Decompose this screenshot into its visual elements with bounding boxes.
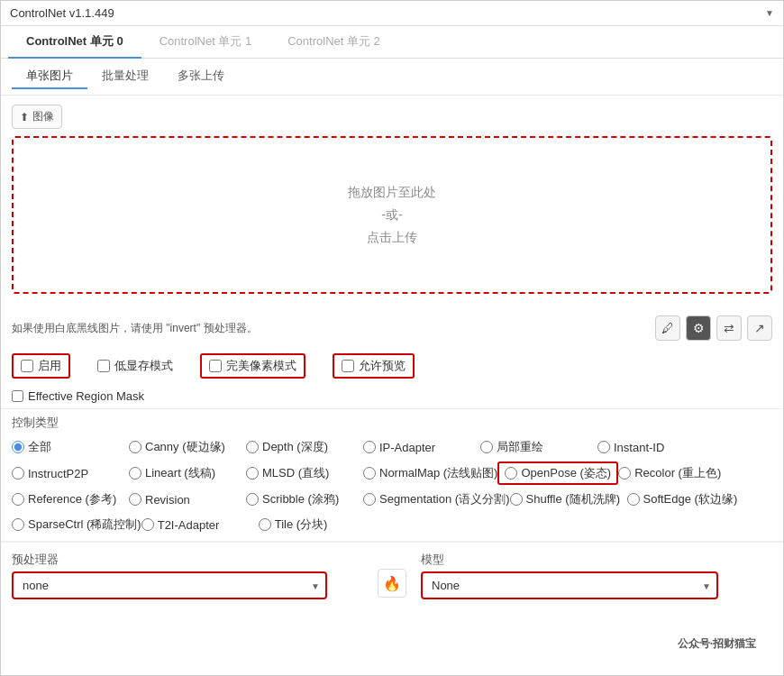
radio-local-redraw-input[interactable] bbox=[480, 441, 493, 453]
arrow-icon-button[interactable]: ↗ bbox=[747, 315, 772, 341]
allow-preview-label: 允许预览 bbox=[359, 358, 406, 374]
radio-depth-input[interactable] bbox=[246, 441, 259, 453]
radio-shuffle-label: Shuffle (随机洗牌) bbox=[526, 491, 621, 507]
model-group: 模型 None bbox=[421, 552, 772, 599]
radio-ip-adapter[interactable]: IP-Adapter bbox=[363, 436, 480, 458]
radio-shuffle[interactable]: Shuffle (随机洗牌) bbox=[510, 489, 627, 510]
settings-icon: ⚙ bbox=[693, 321, 705, 335]
allow-preview-checkbox[interactable] bbox=[342, 360, 354, 372]
main-tabs: ControlNet 单元 0 ControlNet 单元 1 ControlN… bbox=[1, 26, 783, 59]
radio-openpose[interactable]: OpenPose (姿态) bbox=[497, 461, 618, 485]
upload-icon: ⬆ bbox=[20, 111, 29, 123]
radio-local-redraw[interactable]: 局部重绘 bbox=[480, 436, 597, 458]
perfect-pixel-checkbox-item[interactable]: 完美像素模式 bbox=[200, 353, 305, 379]
radio-instant-id[interactable]: Instant-ID bbox=[597, 436, 715, 458]
settings-icon-button[interactable]: ⚙ bbox=[686, 315, 711, 341]
upload-section: ⬆ 图像 拖放图片至此处 -或- 点击上传 bbox=[1, 96, 783, 310]
radio-ip-adapter-input[interactable] bbox=[363, 441, 376, 453]
arrow-icon: ↗ bbox=[754, 321, 765, 335]
radio-mlsd-label: MLSD (直线) bbox=[262, 465, 329, 481]
radio-all[interactable]: 全部 bbox=[12, 436, 129, 458]
radio-softedge[interactable]: SoftEdge (软边缘) bbox=[627, 489, 744, 510]
bottom-controls: 预处理器 none 🔥 模型 None bbox=[1, 542, 783, 608]
radio-softedge-input[interactable] bbox=[627, 493, 640, 506]
radio-depth-label: Depth (深度) bbox=[262, 439, 328, 455]
info-bar-buttons: 🖊 ⚙ ⇄ ↗ bbox=[655, 315, 772, 341]
radio-segmentation[interactable]: Segmentation (语义分割) bbox=[363, 489, 510, 510]
radio-revision-input[interactable] bbox=[129, 493, 141, 506]
sub-tab-single[interactable]: 单张图片 bbox=[12, 64, 87, 89]
edit-icon-button[interactable]: 🖊 bbox=[655, 315, 680, 341]
radio-segmentation-input[interactable] bbox=[363, 493, 376, 506]
control-type-section: 控制类型 全部 Canny (硬边缘) Depth (深度) IP-Adapte… bbox=[1, 409, 783, 541]
collapse-arrow[interactable]: ▼ bbox=[765, 8, 774, 18]
sub-tab-batch[interactable]: 批量处理 bbox=[87, 64, 163, 89]
allow-preview-checkbox-item[interactable]: 允许预览 bbox=[333, 353, 415, 379]
radio-reference-input[interactable] bbox=[12, 493, 24, 506]
radio-mlsd[interactable]: MLSD (直线) bbox=[246, 461, 363, 485]
upload-image-button[interactable]: ⬆ 图像 bbox=[12, 105, 62, 129]
effective-region-mask-item[interactable]: Effective Region Mask bbox=[12, 389, 772, 403]
preprocessor-label: 预处理器 bbox=[12, 552, 363, 568]
radio-sparsectrl-input[interactable] bbox=[12, 518, 24, 531]
radio-canny-label: Canny (硬边缘) bbox=[145, 439, 225, 455]
radio-lineart[interactable]: Lineart (线稿) bbox=[129, 461, 246, 485]
radio-normalmap-label: NormalMap (法线贴图) bbox=[379, 465, 497, 481]
radio-t2i-adapter-input[interactable] bbox=[141, 518, 154, 531]
radio-tile-input[interactable] bbox=[259, 518, 271, 531]
info-bar: 如果使用白底黑线图片，请使用 "invert" 预处理器。 🖊 ⚙ ⇄ ↗ bbox=[1, 310, 783, 346]
tab-unit-0[interactable]: ControlNet 单元 0 bbox=[8, 26, 141, 59]
preprocessor-group: 预处理器 none bbox=[12, 552, 363, 599]
tab-unit-2[interactable]: ControlNet 单元 2 bbox=[269, 26, 398, 59]
radio-recolor-label: Recolor (重上色) bbox=[634, 465, 721, 481]
drop-text-line2: -或- bbox=[348, 204, 436, 226]
radio-shuffle-input[interactable] bbox=[510, 493, 523, 506]
drop-text-line3: 点击上传 bbox=[348, 226, 436, 249]
fire-button[interactable]: 🔥 bbox=[378, 569, 406, 598]
model-select-wrapper: None bbox=[421, 571, 718, 599]
low-vram-label: 低显存模式 bbox=[114, 358, 173, 374]
enable-checkbox-item[interactable]: 启用 bbox=[12, 353, 70, 379]
radio-instructp2p[interactable]: InstructP2P bbox=[12, 461, 129, 485]
radio-instant-id-input[interactable] bbox=[597, 441, 610, 453]
refresh-icon: ⇄ bbox=[724, 321, 734, 335]
low-vram-checkbox-item[interactable]: 低显存模式 bbox=[97, 358, 173, 374]
low-vram-checkbox[interactable] bbox=[97, 360, 110, 372]
radio-normalmap-input[interactable] bbox=[363, 467, 376, 480]
radio-all-input[interactable] bbox=[12, 441, 24, 453]
radio-instructp2p-label: InstructP2P bbox=[28, 467, 88, 480]
effective-region-mask-checkbox[interactable] bbox=[12, 390, 23, 402]
radio-revision[interactable]: Revision bbox=[129, 489, 246, 510]
radio-canny[interactable]: Canny (硬边缘) bbox=[129, 436, 246, 458]
tab-unit-1[interactable]: ControlNet 单元 1 bbox=[141, 26, 270, 59]
radio-sparsectrl[interactable]: SparseCtrl (稀疏控制) bbox=[12, 514, 141, 535]
radio-normalmap[interactable]: NormalMap (法线贴图) bbox=[363, 461, 497, 485]
radio-scribble[interactable]: Scribble (涂鸦) bbox=[246, 489, 363, 510]
model-select[interactable]: None bbox=[421, 571, 718, 599]
radio-instant-id-label: Instant-ID bbox=[614, 441, 664, 454]
radio-recolor-input[interactable] bbox=[618, 467, 631, 480]
radio-tile[interactable]: Tile (分块) bbox=[259, 514, 376, 535]
radio-reference[interactable]: Reference (参考) bbox=[12, 489, 129, 510]
radio-lineart-input[interactable] bbox=[129, 467, 141, 480]
radio-depth[interactable]: Depth (深度) bbox=[246, 436, 363, 458]
drop-text-line1: 拖放图片至此处 bbox=[348, 181, 436, 204]
radio-openpose-input[interactable] bbox=[505, 467, 517, 480]
watermark: 公众号·招财猫宝 bbox=[669, 631, 765, 657]
refresh-icon-button[interactable]: ⇄ bbox=[716, 315, 742, 341]
radio-mlsd-input[interactable] bbox=[246, 467, 259, 480]
preprocessor-row: none bbox=[12, 571, 363, 599]
control-type-grid: 全部 Canny (硬边缘) Depth (深度) IP-Adapter 局部重… bbox=[12, 436, 772, 535]
preprocessor-select[interactable]: none bbox=[12, 571, 327, 599]
radio-t2i-adapter[interactable]: T2I-Adapter bbox=[141, 514, 259, 535]
radio-revision-label: Revision bbox=[145, 493, 190, 507]
perfect-pixel-checkbox[interactable] bbox=[209, 360, 222, 372]
upload-drop-zone[interactable]: 拖放图片至此处 -或- 点击上传 bbox=[12, 136, 772, 294]
enable-checkbox[interactable] bbox=[21, 360, 33, 372]
radio-instructp2p-input[interactable] bbox=[12, 467, 24, 480]
radio-recolor[interactable]: Recolor (重上色) bbox=[618, 461, 735, 485]
radio-canny-input[interactable] bbox=[129, 441, 141, 453]
sub-tab-multi[interactable]: 多张上传 bbox=[163, 64, 239, 89]
radio-lineart-label: Lineart (线稿) bbox=[145, 465, 215, 481]
radio-scribble-input[interactable] bbox=[246, 493, 259, 506]
